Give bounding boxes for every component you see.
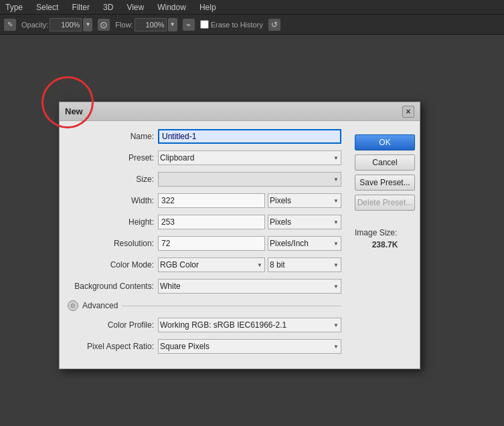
color-mode-control: RGB Color 8 bit bbox=[158, 257, 341, 272]
preset-control: Clipboard bbox=[158, 150, 341, 165]
dialog-form: Name: Preset: Clipboard Siz bbox=[60, 129, 349, 360]
bg-contents-row: Background Contents: White bbox=[68, 279, 341, 294]
advanced-divider bbox=[122, 306, 341, 306]
color-mode-label: Color Mode: bbox=[68, 260, 158, 270]
resolution-row: Resolution: Pixels/Inch bbox=[68, 236, 341, 251]
color-profile-label: Color Profile: bbox=[68, 320, 158, 330]
history-icon[interactable]: ↺ bbox=[268, 19, 280, 31]
flow-input[interactable] bbox=[135, 18, 167, 31]
advanced-row: ⊙ Advanced bbox=[68, 300, 341, 311]
height-unit-select[interactable]: Pixels bbox=[268, 215, 341, 229]
menu-type[interactable]: Type bbox=[3, 1, 25, 13]
width-control: Pixels bbox=[158, 193, 341, 208]
width-row: Width: Pixels bbox=[68, 193, 341, 208]
height-unit-wrap: Pixels bbox=[268, 215, 341, 229]
menu-3d[interactable]: 3D bbox=[100, 1, 116, 13]
menubar: Type Select Filter 3D View Window Help bbox=[0, 0, 504, 15]
new-document-dialog: New × Name: Preset: Clip bbox=[59, 102, 420, 369]
save-preset-button[interactable]: Save Preset... bbox=[355, 175, 415, 191]
advanced-toggle-icon[interactable]: ⊙ bbox=[68, 300, 78, 311]
opacity-wrap: Opacity: ▼ bbox=[21, 18, 92, 31]
dialog-titlebar: New × bbox=[60, 102, 420, 121]
bit-depth-wrap: 8 bit bbox=[268, 257, 341, 272]
size-label: Size: bbox=[68, 175, 158, 184]
cancel-button[interactable]: Cancel bbox=[355, 154, 415, 171]
pixel-aspect-row: Pixel Aspect Ratio: Square Pixels bbox=[68, 339, 341, 354]
dialog-body: Name: Preset: Clipboard Siz bbox=[60, 121, 420, 368]
name-input[interactable] bbox=[158, 129, 341, 144]
height-label: Height: bbox=[68, 217, 158, 227]
erase-to-history-checkbox[interactable] bbox=[200, 20, 209, 29]
resolution-label: Resolution: bbox=[68, 239, 158, 248]
opacity-dropdown-icon[interactable]: ▼ bbox=[83, 18, 92, 31]
menu-view[interactable]: View bbox=[124, 1, 147, 13]
name-control bbox=[158, 129, 341, 144]
resolution-input[interactable] bbox=[158, 236, 265, 251]
preset-row: Preset: Clipboard bbox=[68, 150, 341, 165]
opacity-label: Opacity: bbox=[21, 21, 48, 29]
image-size-section: Image Size: 238.7K bbox=[355, 228, 415, 249]
height-control: Pixels bbox=[158, 215, 341, 229]
resolution-unit-select[interactable]: Pixels/Inch bbox=[268, 236, 341, 251]
brush-icon[interactable]: ⊙ bbox=[98, 19, 110, 31]
width-input[interactable] bbox=[158, 193, 265, 208]
pixel-aspect-label: Pixel Aspect Ratio: bbox=[68, 342, 158, 351]
airbrush-icon[interactable]: ⌁ bbox=[183, 19, 195, 31]
size-row: Size: bbox=[68, 172, 341, 187]
width-label: Width: bbox=[68, 196, 158, 205]
menu-help[interactable]: Help bbox=[197, 1, 219, 13]
resolution-unit-wrap: Pixels/Inch bbox=[268, 236, 341, 251]
toolbar: ✎ Opacity: ▼ ⊙ Flow: ▼ ⌁ Erase to Histor… bbox=[0, 15, 504, 35]
width-unit-select[interactable]: Pixels bbox=[268, 193, 341, 208]
delete-preset-button[interactable]: Delete Preset... bbox=[355, 195, 415, 211]
menu-select[interactable]: Select bbox=[33, 1, 61, 13]
color-profile-control: Working RGB: sRGB IEC61966-2.1 bbox=[158, 318, 341, 332]
flow-dropdown-icon[interactable]: ▼ bbox=[168, 18, 177, 31]
dialog-title: New bbox=[65, 106, 83, 116]
color-profile-select[interactable]: Working RGB: sRGB IEC61966-2.1 bbox=[158, 318, 341, 332]
size-select[interactable] bbox=[158, 172, 341, 187]
pixel-aspect-control: Square Pixels bbox=[158, 339, 341, 354]
resolution-control: Pixels/Inch bbox=[158, 236, 341, 251]
bg-contents-select[interactable]: White bbox=[158, 279, 341, 294]
preset-label: Preset: bbox=[68, 153, 158, 163]
menu-window[interactable]: Window bbox=[155, 1, 189, 13]
ok-button[interactable]: OK bbox=[355, 134, 415, 150]
name-label: Name: bbox=[68, 132, 158, 141]
dialog-close-button[interactable]: × bbox=[402, 106, 414, 118]
image-size-value: 238.7K bbox=[355, 240, 415, 249]
color-mode-select[interactable]: RGB Color bbox=[158, 257, 265, 272]
color-mode-select-wrap: RGB Color bbox=[158, 257, 265, 272]
size-control bbox=[158, 172, 341, 187]
eraser-tool-icon[interactable]: ✎ bbox=[4, 19, 16, 31]
flow-label: Flow: bbox=[115, 21, 133, 29]
bit-depth-select[interactable]: 8 bit bbox=[268, 257, 341, 272]
preset-select[interactable]: Clipboard bbox=[158, 150, 341, 165]
pixel-aspect-select[interactable]: Square Pixels bbox=[158, 339, 341, 354]
bg-contents-control: White bbox=[158, 279, 341, 294]
name-row: Name: bbox=[68, 129, 341, 144]
menu-filter[interactable]: Filter bbox=[69, 1, 92, 13]
erase-to-history-label: Erase to History bbox=[200, 20, 263, 29]
bg-contents-label: Background Contents: bbox=[68, 282, 158, 291]
image-size-label: Image Size: bbox=[355, 228, 415, 237]
width-unit-wrap: Pixels bbox=[268, 193, 341, 208]
color-mode-row: Color Mode: RGB Color 8 bit bbox=[68, 257, 341, 272]
dialog-buttons: OK Cancel Save Preset... Delete Preset..… bbox=[349, 129, 420, 360]
color-profile-row: Color Profile: Working RGB: sRGB IEC6196… bbox=[68, 318, 341, 332]
main-area: New × Name: Preset: Clip bbox=[0, 35, 504, 426]
flow-wrap: Flow: ▼ bbox=[115, 18, 177, 31]
advanced-label: Advanced bbox=[82, 301, 118, 310]
height-row: Height: Pixels bbox=[68, 215, 341, 229]
opacity-input[interactable] bbox=[50, 18, 82, 31]
height-input[interactable] bbox=[158, 215, 265, 229]
